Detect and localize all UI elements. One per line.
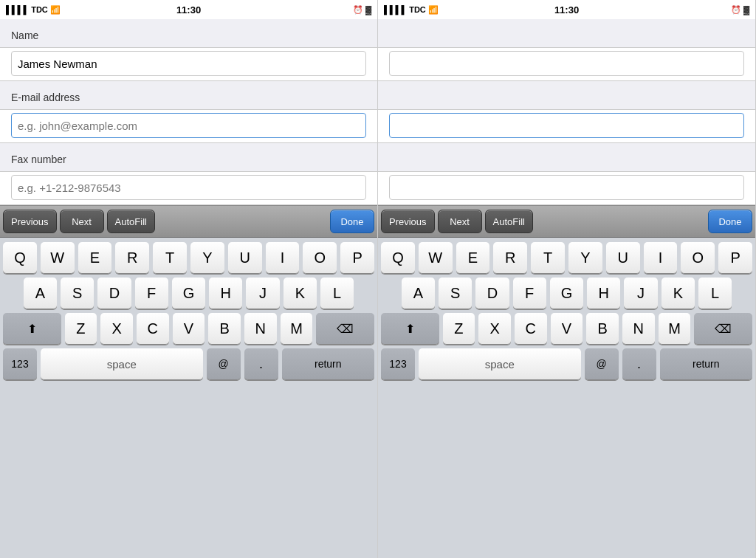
key-e-left[interactable]: E bbox=[78, 242, 112, 274]
autofill-button-right[interactable]: AutoFill bbox=[485, 210, 533, 233]
backspace-key-left[interactable]: ⌫ bbox=[316, 313, 374, 345]
key-w-left[interactable]: W bbox=[41, 242, 75, 274]
right-status-icons-right: ⏰ ▓ bbox=[731, 5, 749, 15]
key-k-right[interactable]: K bbox=[662, 278, 695, 309]
key-a-right[interactable]: A bbox=[402, 278, 435, 309]
key-row-2-left: A S D F G H J K L bbox=[3, 278, 374, 309]
key-m-right[interactable]: M bbox=[659, 313, 691, 345]
key-r-right[interactable]: R bbox=[493, 242, 527, 274]
key-y-left[interactable]: Y bbox=[190, 242, 224, 274]
key-z-left[interactable]: Z bbox=[65, 313, 97, 345]
key-h-right[interactable]: H bbox=[587, 278, 620, 309]
key-l-right[interactable]: L bbox=[698, 278, 732, 309]
autofill-button-left[interactable]: AutoFill bbox=[107, 210, 155, 233]
key-c-left[interactable]: C bbox=[137, 313, 169, 345]
email-input-right[interactable] bbox=[389, 113, 744, 138]
previous-button-left[interactable]: Previous bbox=[3, 210, 57, 233]
key-t-left[interactable]: T bbox=[153, 242, 187, 274]
key-x-right[interactable]: X bbox=[478, 313, 511, 345]
key-a-left[interactable]: A bbox=[24, 278, 57, 309]
backspace-key-right[interactable]: ⌫ bbox=[694, 313, 752, 345]
carrier-label: TDC bbox=[31, 5, 48, 14]
key-w-right[interactable]: W bbox=[419, 242, 453, 274]
return-key-right[interactable]: return bbox=[660, 348, 752, 380]
key-i-right[interactable]: I bbox=[644, 242, 678, 274]
battery-icon: ▓ bbox=[365, 5, 371, 14]
key-row-4-right: 123 space @ . return bbox=[381, 348, 752, 380]
fax-input-right[interactable] bbox=[389, 175, 744, 200]
key-t-right[interactable]: T bbox=[531, 242, 565, 274]
alarm-icon-right: ⏰ bbox=[731, 5, 741, 15]
key-b-left[interactable]: B bbox=[208, 313, 241, 345]
key-b-right[interactable]: B bbox=[586, 313, 619, 345]
key-p-left[interactable]: P bbox=[340, 242, 374, 274]
key-i-left[interactable]: I bbox=[266, 242, 300, 274]
key-n-right[interactable]: N bbox=[622, 313, 655, 345]
key-z-right[interactable]: Z bbox=[443, 313, 475, 345]
key-x-left[interactable]: X bbox=[100, 313, 133, 345]
key-k-left[interactable]: K bbox=[284, 278, 317, 309]
key-l-left[interactable]: L bbox=[320, 278, 354, 309]
key-at-right[interactable]: @ bbox=[585, 348, 619, 380]
key-m-left[interactable]: M bbox=[281, 313, 313, 345]
key-u-left[interactable]: U bbox=[228, 242, 262, 274]
key-s-right[interactable]: S bbox=[439, 278, 472, 309]
key-n-left[interactable]: N bbox=[244, 313, 277, 345]
key-g-left[interactable]: G bbox=[172, 278, 205, 309]
key-p-right[interactable]: P bbox=[718, 242, 752, 274]
key-period-right[interactable]: . bbox=[622, 348, 656, 380]
fax-section-right bbox=[378, 143, 755, 171]
key-123-right[interactable]: 123 bbox=[381, 348, 415, 380]
email-section-left: E-mail address bbox=[0, 81, 377, 109]
name-input-right[interactable] bbox=[389, 51, 744, 76]
return-key-left[interactable]: return bbox=[282, 348, 374, 380]
wifi-icon-right: 📶 bbox=[428, 5, 439, 15]
key-h-left[interactable]: H bbox=[209, 278, 242, 309]
key-j-right[interactable]: J bbox=[624, 278, 657, 309]
key-v-left[interactable]: V bbox=[173, 313, 205, 345]
next-button-left[interactable]: Next bbox=[60, 210, 104, 233]
previous-button-right[interactable]: Previous bbox=[381, 210, 435, 233]
key-f-right[interactable]: F bbox=[513, 278, 546, 309]
key-q-right[interactable]: Q bbox=[381, 242, 415, 274]
done-button-left[interactable]: Done bbox=[330, 210, 374, 233]
right-status-icons-left: ⏰ ▓ bbox=[353, 5, 371, 15]
done-button-right[interactable]: Done bbox=[708, 210, 752, 233]
key-q-left[interactable]: Q bbox=[3, 242, 37, 274]
key-c-right[interactable]: C bbox=[515, 313, 547, 345]
space-key-left[interactable]: space bbox=[41, 348, 203, 380]
key-e-right[interactable]: E bbox=[456, 242, 490, 274]
key-o-left[interactable]: O bbox=[303, 242, 337, 274]
key-y-right[interactable]: Y bbox=[568, 242, 602, 274]
shift-key-left[interactable]: ⬆ bbox=[3, 313, 61, 345]
key-period-left[interactable]: . bbox=[244, 348, 278, 380]
carrier-label-right: TDC bbox=[409, 5, 426, 14]
time-display-right: 11:30 bbox=[554, 4, 579, 16]
shift-key-right[interactable]: ⬆ bbox=[381, 313, 439, 345]
key-s-left[interactable]: S bbox=[61, 278, 94, 309]
fax-input-left[interactable] bbox=[11, 175, 366, 200]
name-input-left[interactable] bbox=[11, 51, 366, 76]
next-button-right[interactable]: Next bbox=[438, 210, 482, 233]
key-g-right[interactable]: G bbox=[550, 278, 583, 309]
email-label-left: E-mail address bbox=[11, 92, 366, 103]
fax-section-left: Fax number bbox=[0, 143, 377, 171]
name-input-container-left bbox=[0, 47, 377, 81]
key-123-left[interactable]: 123 bbox=[3, 348, 37, 380]
fax-label-left: Fax number bbox=[11, 154, 366, 165]
space-key-right[interactable]: space bbox=[419, 348, 581, 380]
key-d-right[interactable]: D bbox=[475, 278, 509, 309]
key-d-left[interactable]: D bbox=[97, 278, 131, 309]
key-v-right[interactable]: V bbox=[551, 313, 583, 345]
key-f-left[interactable]: F bbox=[135, 278, 168, 309]
key-o-right[interactable]: O bbox=[681, 242, 715, 274]
key-r-left[interactable]: R bbox=[115, 242, 149, 274]
email-input-left[interactable] bbox=[11, 113, 366, 138]
key-row-1-left: Q W E R T Y U I O P bbox=[3, 242, 374, 274]
keyboard-toolbar-right: Previous Next AutoFill Done bbox=[378, 205, 755, 238]
key-u-right[interactable]: U bbox=[606, 242, 640, 274]
key-at-left[interactable]: @ bbox=[207, 348, 241, 380]
key-j-left[interactable]: J bbox=[246, 278, 279, 309]
left-phone-panel: ▌▌▌▌ TDC 📶 11:30 ⏰ ▓ Name E-mail address… bbox=[0, 0, 378, 558]
battery-icon-right: ▓ bbox=[743, 5, 749, 14]
